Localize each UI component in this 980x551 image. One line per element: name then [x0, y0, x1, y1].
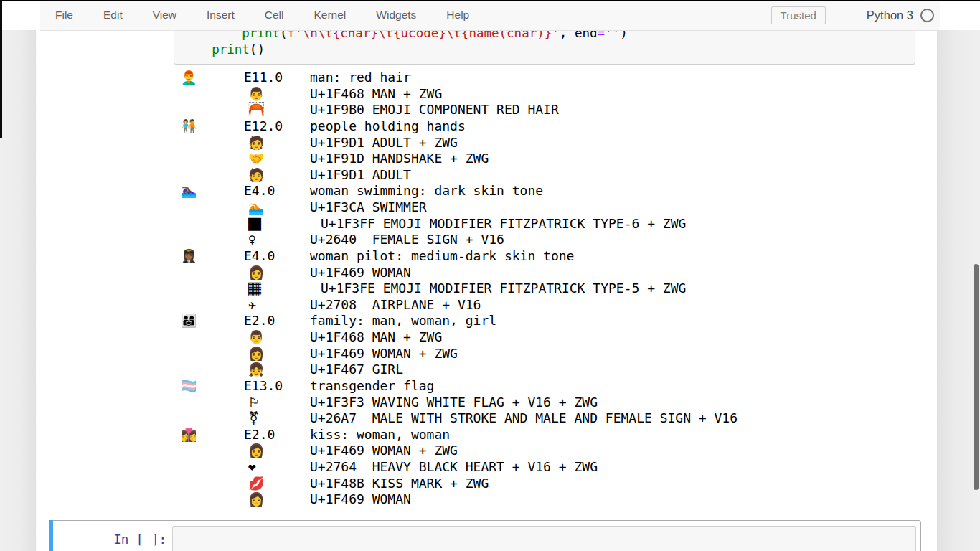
- composed-emoji: 🏳️‍⚧️: [181, 378, 197, 395]
- emoji-description: kiss: woman, woman: [310, 427, 450, 443]
- component-emoji: ⚧: [248, 410, 259, 427]
- component-codepoint-text: U+1F469 WOMAN: [310, 491, 411, 508]
- component-emoji: ♀: [248, 232, 256, 248]
- component-codepoint-text: U+1F3FF EMOJI MODIFIER FITZPATRICK TYPE-…: [321, 216, 686, 232]
- emoji-header-row: 👩‍❤️‍💋‍👩E2.0kiss: woman, woman: [0, 427, 937, 443]
- emoji-header-row: 👩🏾‍✈️E4.0woman pilot: medium-dark skin t…: [0, 248, 937, 265]
- emoji-header-row: 🧑‍🤝‍🧑E12.0people holding hands: [0, 118, 937, 135]
- emoji-version: E2.0: [244, 427, 275, 443]
- emoji-description: woman swimming: dark skin tone: [310, 183, 543, 199]
- kernel-name-label: Python 3: [867, 9, 913, 22]
- cell-output-area: 👨‍🦰E11.0man: red hair👨U+1F468 MAN + ZWG🦰…: [0, 70, 980, 511]
- emoji-component-row: 🤝U+1F91D HANDSHAKE + ZWG: [0, 151, 937, 167]
- emoji-description: man: red hair: [310, 70, 411, 86]
- component-codepoint-text: U+1F467 GIRL: [310, 362, 403, 378]
- emoji-component-row: 🧑U+1F9D1 ADULT + ZWG: [0, 135, 937, 151]
- emoji-component-row: 🏾U+1F3FE EMOJI MODIFIER FITZPATRICK TYPE…: [0, 281, 937, 297]
- composed-emoji: 🧑‍🤝‍🧑: [181, 118, 197, 135]
- emoji-component-row: ♀U+2640 FEMALE SIGN + V16: [0, 232, 937, 248]
- emoji-component-row: ❤U+2764 HEAVY BLACK HEART + V16 + ZWG: [0, 459, 937, 476]
- emoji-component-row: 🏳U+1F3F3 WAVING WHITE FLAG + V16 + ZWG: [0, 395, 937, 411]
- emoji-component-row: 💋U+1F48B KISS MARK + ZWG: [0, 476, 937, 492]
- component-emoji: 👧: [248, 362, 264, 378]
- component-emoji: 🏾: [248, 281, 261, 297]
- emoji-version: E4.0: [244, 183, 275, 199]
- emoji-description: family: man, woman, girl: [310, 313, 496, 329]
- emoji-header-row: 🏊🏿‍♀️E4.0woman swimming: dark skin tone: [0, 183, 937, 199]
- emoji-component-row: 🧑U+1F9D1 ADULT: [0, 167, 937, 184]
- component-emoji: 🤝: [248, 151, 264, 167]
- menu-item-help[interactable]: Help: [431, 0, 484, 30]
- composed-emoji: 👩‍❤️‍💋‍👩: [181, 427, 197, 443]
- component-codepoint-text: U+1F3F3 WAVING WHITE FLAG + V16 + ZWG: [310, 395, 598, 411]
- emoji-component-row: 👩U+1F469 WOMAN: [0, 265, 937, 281]
- component-codepoint-text: U+2764 HEAVY BLACK HEART + V16 + ZWG: [310, 459, 598, 476]
- menu-item-insert[interactable]: Insert: [192, 0, 250, 30]
- component-codepoint-text: U+1F3CA SWIMMER: [310, 199, 427, 216]
- empty-code-input[interactable]: [172, 526, 916, 551]
- composed-emoji: 👩🏾‍✈️: [181, 248, 197, 265]
- component-emoji: 👩: [248, 491, 264, 508]
- composed-emoji: 👨‍🦰: [181, 70, 197, 86]
- kernel-idle-icon: [920, 9, 934, 22]
- component-codepoint-text: U+1F468 MAN + ZWG: [310, 86, 442, 103]
- component-codepoint-text: U+1F469 WOMAN: [310, 265, 411, 281]
- emoji-component-row: 🦰U+1F9B0 EMOJI COMPONENT RED HAIR: [0, 102, 937, 118]
- emoji-component-row: 👩U+1F469 WOMAN: [0, 491, 937, 508]
- trusted-button[interactable]: Trusted: [771, 6, 826, 24]
- emoji-header-row: 🏳️‍⚧️E13.0transgender flag: [0, 378, 937, 395]
- component-emoji: 🧑: [248, 135, 264, 151]
- menubar-right: Trusted Python 3: [771, 0, 934, 30]
- emoji-component-row: 👨U+1F468 MAN + ZWG: [0, 329, 937, 346]
- component-emoji: 👨: [248, 329, 264, 346]
- component-codepoint-text: U+1F9D1 ADULT + ZWG: [310, 135, 458, 151]
- composed-emoji: 🏊🏿‍♀️: [181, 183, 197, 199]
- component-emoji: 🏊: [248, 199, 264, 216]
- kernel-divider: [859, 5, 859, 25]
- component-emoji: ❤: [248, 459, 256, 476]
- component-codepoint-text: U+1F91D HANDSHAKE + ZWG: [310, 151, 489, 167]
- emoji-component-row: 🏊U+1F3CA SWIMMER: [0, 199, 937, 216]
- emoji-description: people holding hands: [310, 118, 466, 135]
- component-codepoint-text: U+26A7 MALE WITH STROKE AND MALE AND FEM…: [310, 410, 738, 427]
- component-codepoint-text: U+1F48B KISS MARK + ZWG: [310, 476, 489, 492]
- component-codepoint-text: U+2640 FEMALE SIGN + V16: [310, 232, 504, 248]
- component-codepoint-text: U+1F9D1 ADULT: [310, 167, 411, 184]
- menubar: FileEditViewInsertCellKernelWidgetsHelp …: [40, 0, 940, 31]
- component-emoji: 🏿: [248, 216, 261, 232]
- emoji-component-row: 👩U+1F469 WOMAN + ZWG: [0, 443, 937, 459]
- component-emoji: 👩: [248, 265, 264, 281]
- emoji-version: E2.0: [244, 313, 275, 329]
- component-emoji: 👩: [248, 346, 264, 362]
- screen-top-edge: [0, 0, 980, 1]
- component-codepoint-text: U+1F3FE EMOJI MODIFIER FITZPATRICK TYPE-…: [321, 281, 686, 297]
- menu-items: FileEditViewInsertCellKernelWidgetsHelp: [40, 0, 484, 30]
- menu-item-edit[interactable]: Edit: [88, 0, 138, 30]
- menu-item-widgets[interactable]: Widgets: [361, 0, 431, 30]
- component-codepoint-text: U+1F469 WOMAN + ZWG: [310, 346, 458, 362]
- scrollbar-thumb[interactable]: [974, 264, 979, 490]
- emoji-component-row: 👩U+1F469 WOMAN + ZWG: [0, 346, 937, 362]
- menu-item-kernel[interactable]: Kernel: [299, 0, 362, 30]
- emoji-header-row: 👨‍👩‍👧E2.0family: man, woman, girl: [0, 313, 937, 329]
- emoji-component-row: 🏿U+1F3FF EMOJI MODIFIER FITZPATRICK TYPE…: [0, 216, 937, 232]
- emoji-version: E11.0: [244, 70, 283, 86]
- emoji-version: E13.0: [244, 378, 283, 395]
- menu-item-view[interactable]: View: [138, 0, 192, 30]
- component-codepoint-text: U+1F9B0 EMOJI COMPONENT RED HAIR: [310, 102, 559, 118]
- menu-item-cell[interactable]: Cell: [250, 0, 299, 30]
- emoji-component-row: ⚧U+26A7 MALE WITH STROKE AND MALE AND FE…: [0, 410, 937, 427]
- component-codepoint-text: U+1F469 WOMAN + ZWG: [310, 443, 458, 459]
- component-emoji: 👩: [248, 443, 264, 459]
- selected-cell-indicator: [49, 520, 53, 551]
- component-emoji: 💋: [248, 476, 264, 492]
- emoji-version: E12.0: [244, 118, 283, 135]
- component-emoji: 👨: [248, 86, 264, 103]
- composed-emoji: 👨‍👩‍👧: [181, 313, 197, 329]
- component-emoji: 🦰: [248, 102, 264, 118]
- jupyter-notebook-page: print(f'\n\t{char}\t{ucode}\t{name(char)…: [0, 0, 980, 551]
- screen-left-edge: [0, 0, 2, 138]
- menu-item-file[interactable]: File: [40, 0, 88, 30]
- component-codepoint-text: U+2708 AIRPLANE + V16: [310, 297, 481, 314]
- emoji-component-row: 👧U+1F467 GIRL: [0, 362, 937, 378]
